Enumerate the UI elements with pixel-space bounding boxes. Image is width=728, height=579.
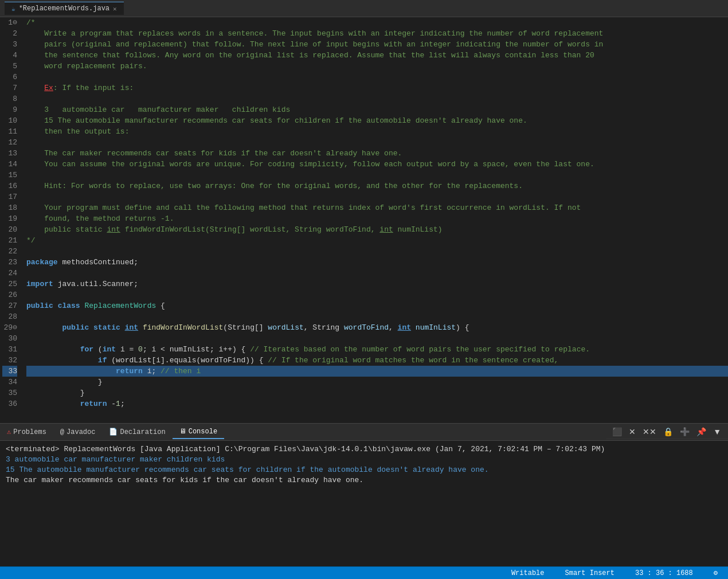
terminate-button[interactable]: ⬛: [610, 426, 624, 437]
console-icon: 🖥: [179, 427, 186, 436]
bottom-panel: ⚠ Problems @ Javadoc 📄 Declaration 🖥 Con…: [0, 423, 728, 566]
smart-insert-status: Smart Insert: [561, 569, 619, 577]
console-output-line-2: 15 The automobile manufacturer recommend…: [6, 465, 722, 475]
console-toolbar: ⬛ ✕ ✕✕ 🔒 ➕ 📌 ▼: [606, 425, 728, 439]
pin-console-button[interactable]: 📌: [694, 426, 709, 437]
code-content: /* Write a program that replaces words i…: [26, 17, 728, 409]
declaration-label: Declaration: [120, 428, 165, 436]
tab-javadoc[interactable]: @ Javadoc: [53, 426, 103, 439]
console-label: Console: [189, 428, 217, 436]
javadoc-icon: @: [60, 428, 64, 436]
tab-declaration[interactable]: 📄 Declaration: [102, 425, 172, 439]
title-bar: ☕ *ReplacementWords.java ✕: [0, 0, 728, 17]
scroll-lock-button[interactable]: 🔒: [661, 426, 675, 437]
problems-label: Problems: [13, 428, 46, 436]
console-output-line-3: The car maker recommends car seats for k…: [6, 475, 722, 486]
writable-status: Writable: [507, 569, 549, 577]
tab-close-icon[interactable]: ✕: [113, 5, 117, 13]
declaration-icon: 📄: [109, 428, 118, 436]
tab-filename: *ReplacementWords.java: [19, 5, 109, 13]
panel-tab-bar: ⚠ Problems @ Javadoc 📄 Declaration 🖥 Con…: [0, 424, 728, 441]
javadoc-label: Javadoc: [66, 428, 95, 436]
console-output-line-1: 3 automobile car manufacturer maker chil…: [6, 455, 722, 465]
editor-area: 1⊖ 2 3 4 5 6 7 8 9 10 11 12 13 14 15 16 …: [0, 17, 728, 423]
settings-icon[interactable]: ⚙: [709, 569, 722, 577]
view-menu-button[interactable]: ▼: [711, 426, 723, 437]
status-bar: Writable Smart Insert 33 : 36 : 1688 ⚙: [0, 566, 728, 579]
console-output: <terminated> ReplacementWords [Java Appl…: [0, 441, 728, 566]
cursor-position: 33 : 36 : 1688: [631, 569, 698, 577]
remove-launch-button[interactable]: ✕: [627, 426, 638, 437]
editor-tab[interactable]: ☕ *ReplacementWords.java ✕: [5, 2, 124, 15]
line-number-gutter: 1⊖ 2 3 4 5 6 7 8 9 10 11 12 13 14 15 16 …: [0, 17, 22, 423]
tab-console[interactable]: 🖥 Console: [173, 425, 224, 439]
remove-all-terminated-button[interactable]: ✕✕: [640, 426, 659, 437]
terminated-status-line: <terminated> ReplacementWords [Java Appl…: [6, 444, 722, 455]
new-console-button[interactable]: ➕: [678, 426, 692, 437]
java-file-icon: ☕: [11, 5, 15, 13]
tab-problems[interactable]: ⚠ Problems: [0, 425, 53, 439]
problems-icon: ⚠: [7, 428, 11, 436]
code-editor[interactable]: /* Write a program that replaces words i…: [22, 17, 728, 423]
